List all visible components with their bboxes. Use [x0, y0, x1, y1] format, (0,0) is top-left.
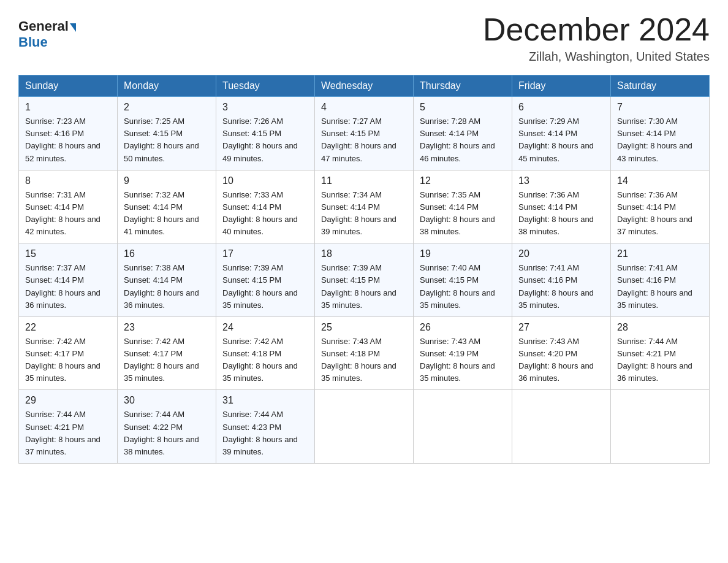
- day-number: 7: [617, 102, 703, 113]
- table-row: 29Sunrise: 7:44 AMSunset: 4:21 PMDayligh…: [19, 390, 118, 464]
- day-number: 3: [222, 102, 308, 113]
- table-row: 10Sunrise: 7:33 AMSunset: 4:14 PMDayligh…: [216, 170, 315, 243]
- day-info: Sunrise: 7:30 AMSunset: 4:14 PMDaylight:…: [617, 115, 703, 165]
- table-row: 2Sunrise: 7:25 AMSunset: 4:15 PMDaylight…: [118, 97, 216, 170]
- table-row: 8Sunrise: 7:31 AMSunset: 4:14 PMDaylight…: [19, 170, 118, 243]
- day-number: 9: [124, 175, 210, 186]
- day-number: 16: [124, 248, 210, 259]
- day-info: Sunrise: 7:41 AMSunset: 4:16 PMDaylight:…: [518, 262, 604, 312]
- day-number: 28: [617, 322, 703, 333]
- day-info: Sunrise: 7:42 AMSunset: 4:17 PMDaylight:…: [25, 335, 111, 385]
- month-year-title: December 2024: [483, 12, 710, 47]
- col-saturday: Saturday: [611, 75, 710, 97]
- day-number: 22: [25, 322, 111, 333]
- table-row: 12Sunrise: 7:35 AMSunset: 4:14 PMDayligh…: [414, 170, 512, 243]
- day-info: Sunrise: 7:43 AMSunset: 4:19 PMDaylight:…: [420, 335, 506, 385]
- calendar-week-row: 22Sunrise: 7:42 AMSunset: 4:17 PMDayligh…: [19, 316, 710, 390]
- day-info: Sunrise: 7:42 AMSunset: 4:18 PMDaylight:…: [222, 335, 308, 385]
- col-friday: Friday: [512, 75, 611, 97]
- day-info: Sunrise: 7:32 AMSunset: 4:14 PMDaylight:…: [124, 189, 210, 239]
- day-info: Sunrise: 7:40 AMSunset: 4:15 PMDaylight:…: [420, 262, 506, 312]
- logo-arrow-icon: [70, 23, 76, 32]
- day-info: Sunrise: 7:34 AMSunset: 4:14 PMDaylight:…: [321, 189, 407, 239]
- day-number: 13: [518, 175, 604, 186]
- day-info: Sunrise: 7:31 AMSunset: 4:14 PMDaylight:…: [25, 189, 111, 239]
- day-number: 15: [25, 248, 111, 259]
- logo-blue-text: Blue: [18, 34, 48, 50]
- table-row: 21Sunrise: 7:41 AMSunset: 4:16 PMDayligh…: [611, 243, 710, 317]
- day-info: Sunrise: 7:37 AMSunset: 4:14 PMDaylight:…: [25, 262, 111, 312]
- table-row: [315, 390, 414, 464]
- day-number: 31: [222, 395, 308, 406]
- col-tuesday: Tuesday: [216, 75, 315, 97]
- day-info: Sunrise: 7:39 AMSunset: 4:15 PMDaylight:…: [321, 262, 407, 312]
- table-row: 18Sunrise: 7:39 AMSunset: 4:15 PMDayligh…: [315, 243, 414, 317]
- day-number: 6: [518, 102, 604, 113]
- day-number: 5: [420, 102, 506, 113]
- day-info: Sunrise: 7:44 AMSunset: 4:21 PMDaylight:…: [617, 335, 703, 385]
- day-info: Sunrise: 7:35 AMSunset: 4:14 PMDaylight:…: [420, 189, 506, 239]
- table-row: 7Sunrise: 7:30 AMSunset: 4:14 PMDaylight…: [611, 97, 710, 170]
- day-number: 10: [222, 175, 308, 186]
- day-info: Sunrise: 7:41 AMSunset: 4:16 PMDaylight:…: [617, 262, 703, 312]
- day-number: 14: [617, 175, 703, 186]
- col-monday: Monday: [118, 75, 216, 97]
- day-number: 20: [518, 248, 604, 259]
- day-info: Sunrise: 7:28 AMSunset: 4:14 PMDaylight:…: [420, 115, 506, 165]
- table-row: 3Sunrise: 7:26 AMSunset: 4:15 PMDaylight…: [216, 97, 315, 170]
- day-info: Sunrise: 7:44 AMSunset: 4:21 PMDaylight:…: [25, 408, 111, 458]
- day-info: Sunrise: 7:33 AMSunset: 4:14 PMDaylight:…: [222, 189, 308, 239]
- calendar-week-row: 15Sunrise: 7:37 AMSunset: 4:14 PMDayligh…: [19, 243, 710, 317]
- table-row: 15Sunrise: 7:37 AMSunset: 4:14 PMDayligh…: [19, 243, 118, 317]
- calendar-week-row: 1Sunrise: 7:23 AMSunset: 4:16 PMDaylight…: [19, 97, 710, 170]
- table-row: 25Sunrise: 7:43 AMSunset: 4:18 PMDayligh…: [315, 316, 414, 390]
- day-number: 4: [321, 102, 407, 113]
- table-row: 26Sunrise: 7:43 AMSunset: 4:19 PMDayligh…: [414, 316, 512, 390]
- table-row: 22Sunrise: 7:42 AMSunset: 4:17 PMDayligh…: [19, 316, 118, 390]
- table-row: 1Sunrise: 7:23 AMSunset: 4:16 PMDaylight…: [19, 97, 118, 170]
- table-row: 20Sunrise: 7:41 AMSunset: 4:16 PMDayligh…: [512, 243, 611, 317]
- calendar-table: Sunday Monday Tuesday Wednesday Thursday…: [18, 75, 710, 464]
- table-row: 6Sunrise: 7:29 AMSunset: 4:14 PMDaylight…: [512, 97, 611, 170]
- logo-general-text: General: [18, 18, 69, 34]
- day-info: Sunrise: 7:29 AMSunset: 4:14 PMDaylight:…: [518, 115, 604, 165]
- day-info: Sunrise: 7:36 AMSunset: 4:14 PMDaylight:…: [518, 189, 604, 239]
- day-info: Sunrise: 7:42 AMSunset: 4:17 PMDaylight:…: [124, 335, 210, 385]
- day-info: Sunrise: 7:26 AMSunset: 4:15 PMDaylight:…: [222, 115, 308, 165]
- table-row: 27Sunrise: 7:43 AMSunset: 4:20 PMDayligh…: [512, 316, 611, 390]
- day-info: Sunrise: 7:43 AMSunset: 4:20 PMDaylight:…: [518, 335, 604, 385]
- location-subtitle: Zillah, Washington, United States: [483, 50, 710, 64]
- table-row: 13Sunrise: 7:36 AMSunset: 4:14 PMDayligh…: [512, 170, 611, 243]
- day-number: 12: [420, 175, 506, 186]
- table-row: 17Sunrise: 7:39 AMSunset: 4:15 PMDayligh…: [216, 243, 315, 317]
- day-info: Sunrise: 7:38 AMSunset: 4:14 PMDaylight:…: [124, 262, 210, 312]
- day-number: 27: [518, 322, 604, 333]
- table-row: [611, 390, 710, 464]
- col-sunday: Sunday: [19, 75, 118, 97]
- day-number: 17: [222, 248, 308, 259]
- day-info: Sunrise: 7:39 AMSunset: 4:15 PMDaylight:…: [222, 262, 308, 312]
- table-row: 9Sunrise: 7:32 AMSunset: 4:14 PMDaylight…: [118, 170, 216, 243]
- day-number: 18: [321, 248, 407, 259]
- day-info: Sunrise: 7:25 AMSunset: 4:15 PMDaylight:…: [124, 115, 210, 165]
- day-number: 26: [420, 322, 506, 333]
- day-number: 23: [124, 322, 210, 333]
- day-number: 1: [25, 102, 111, 113]
- day-number: 11: [321, 175, 407, 186]
- logo: General Blue: [18, 18, 76, 50]
- table-row: 5Sunrise: 7:28 AMSunset: 4:14 PMDaylight…: [414, 97, 512, 170]
- table-row: [512, 390, 611, 464]
- col-thursday: Thursday: [414, 75, 512, 97]
- table-row: 31Sunrise: 7:44 AMSunset: 4:23 PMDayligh…: [216, 390, 315, 464]
- table-row: 28Sunrise: 7:44 AMSunset: 4:21 PMDayligh…: [611, 316, 710, 390]
- day-info: Sunrise: 7:27 AMSunset: 4:15 PMDaylight:…: [321, 115, 407, 165]
- table-row: 11Sunrise: 7:34 AMSunset: 4:14 PMDayligh…: [315, 170, 414, 243]
- day-number: 21: [617, 248, 703, 259]
- day-info: Sunrise: 7:44 AMSunset: 4:22 PMDaylight:…: [124, 408, 210, 458]
- calendar-header-row: Sunday Monday Tuesday Wednesday Thursday…: [19, 75, 710, 97]
- table-row: 4Sunrise: 7:27 AMSunset: 4:15 PMDaylight…: [315, 97, 414, 170]
- table-row: 14Sunrise: 7:36 AMSunset: 4:14 PMDayligh…: [611, 170, 710, 243]
- title-block: December 2024 Zillah, Washington, United…: [483, 12, 710, 64]
- day-number: 24: [222, 322, 308, 333]
- day-number: 19: [420, 248, 506, 259]
